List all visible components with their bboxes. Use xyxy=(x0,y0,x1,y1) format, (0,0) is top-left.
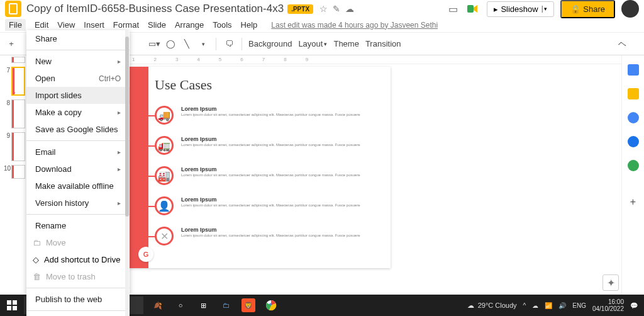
menu-open[interactable]: OpenCtrl+O xyxy=(26,70,130,87)
menu-help[interactable]: Help xyxy=(241,20,258,30)
weather-widget[interactable]: ☁29°C Cloudy xyxy=(467,302,517,310)
tools-icon: ✕ xyxy=(160,230,169,242)
taskbar-clock[interactable]: 16:0004/10/2022 xyxy=(592,298,624,312)
volume-icon[interactable]: 🔊 xyxy=(558,302,566,309)
menu-save-google[interactable]: Save as Google Slides xyxy=(26,121,130,138)
menu-rename[interactable]: Rename xyxy=(26,217,130,234)
side-panel: + xyxy=(621,55,644,295)
factory-icon: 🏭 xyxy=(158,170,170,182)
thumb-num: 8 xyxy=(4,99,10,106)
menu-add-shortcut[interactable]: ◇Add shortcut to Drive xyxy=(26,251,130,268)
menu-share[interactable]: Share xyxy=(26,30,130,47)
thumb-num: 9 xyxy=(4,132,10,139)
cloud-icon[interactable]: ☁ xyxy=(345,4,354,14)
menu-format[interactable]: Format xyxy=(113,20,139,30)
truck-icon: 🚚 xyxy=(158,110,170,121)
uc-body: Lorem ipsum dolor sit amet, consectetuer… xyxy=(181,113,360,117)
menu-publish[interactable]: Publish to the web xyxy=(26,291,130,308)
menu-move[interactable]: 🗀Move xyxy=(26,234,130,251)
star-icon[interactable]: ☆ xyxy=(319,4,328,14)
contacts-icon[interactable] xyxy=(628,136,639,147)
menu-slide[interactable]: Slide xyxy=(148,20,166,30)
layout-button[interactable]: Layout▾ xyxy=(298,39,327,48)
notifications-icon[interactable]: 💬 xyxy=(630,302,638,309)
title-bar: Copy of ItemID-6658-Business Case Presen… xyxy=(0,0,644,18)
menu-download[interactable]: Download▸ xyxy=(26,161,130,178)
uc-body: Lorem ipsum dolor sit amet, consectetuer… xyxy=(181,173,360,178)
menu-move-trash[interactable]: 🗑Move to trash xyxy=(26,268,130,285)
slide-title: Use Cases xyxy=(155,77,212,93)
line-dropdown-icon[interactable]: ▾ xyxy=(197,38,209,50)
explorer-icon[interactable]: 🗀 xyxy=(219,298,233,312)
menu-offline[interactable]: Make available offline xyxy=(26,178,130,195)
uc-body: Lorem ipsum dolor sit amet, consectetuer… xyxy=(181,234,360,238)
cortana-icon[interactable]: ○ xyxy=(174,298,187,312)
uc-heading: Lorem Ipsum xyxy=(181,106,360,112)
new-slide-button[interactable]: + xyxy=(5,38,18,50)
menu-edit[interactable]: Edit xyxy=(35,20,48,30)
move-icon[interactable]: ✎ xyxy=(333,4,340,14)
select-tool-icon[interactable]: ▭▾ xyxy=(148,38,160,50)
shape-tool-icon[interactable]: ◯ xyxy=(164,38,177,50)
line-tool-icon[interactable]: ╲ xyxy=(180,38,193,50)
share-button[interactable]: 🔒Share xyxy=(560,0,615,18)
taskbar-app-icon[interactable]: 🍂 xyxy=(151,298,165,312)
maps-icon[interactable] xyxy=(628,160,639,171)
slide-thumb[interactable] xyxy=(11,57,25,63)
menu-insert[interactable]: Insert xyxy=(84,20,104,30)
transition-button[interactable]: Transition xyxy=(365,39,401,48)
present-icon[interactable]: ▭ xyxy=(448,3,458,15)
svg-rect-1 xyxy=(7,300,11,305)
language-indicator[interactable]: ENG xyxy=(572,302,586,309)
task-view-icon[interactable]: ⊞ xyxy=(196,298,210,312)
slide-thumb[interactable] xyxy=(11,99,25,128)
slides-logo[interactable] xyxy=(5,1,21,17)
uc-heading: Lorem Ipsum xyxy=(181,196,360,203)
add-addon-icon[interactable]: + xyxy=(630,196,636,208)
drive-shortcut-icon: ◇ xyxy=(33,255,39,264)
menu-new[interactable]: New▸ xyxy=(26,53,130,70)
slide-thumb-active[interactable] xyxy=(11,67,25,96)
slide-thumb[interactable] xyxy=(11,165,25,179)
menu-details[interactable]: Document details xyxy=(26,313,130,316)
svg-rect-3 xyxy=(7,306,11,310)
thumb-num: 7 xyxy=(4,67,10,74)
menu-import-slides[interactable]: Import slides xyxy=(26,87,130,104)
chrome-icon[interactable] xyxy=(264,298,278,312)
meet-icon[interactable] xyxy=(464,1,480,17)
menu-make-copy[interactable]: Make a copy▸ xyxy=(26,104,130,121)
pptx-badge: .PPTX xyxy=(287,4,313,14)
slide-preview[interactable]: Use Cases 🚚Lorem IpsumLorem ipsum dolor … xyxy=(130,67,391,268)
uc-heading: Lorem Ipsum xyxy=(181,227,360,233)
start-button[interactable] xyxy=(0,295,24,316)
document-title[interactable]: Copy of ItemID-6658-Business Case Presen… xyxy=(26,3,284,15)
uc-body: Lorem ipsum dolor sit amet, consectetuer… xyxy=(181,203,360,208)
background-button[interactable]: Background xyxy=(248,39,292,48)
keep-icon[interactable] xyxy=(628,88,639,99)
uc-heading: Lorem Ipsum xyxy=(181,166,360,172)
explore-button[interactable]: ✦ xyxy=(602,274,619,291)
uc-body: Lorem ipsum dolor sit amet, consectetuer… xyxy=(181,143,360,147)
menu-tools[interactable]: Tools xyxy=(213,20,231,30)
menu-view[interactable]: View xyxy=(57,20,75,30)
brave-icon[interactable]: 🦁 xyxy=(242,298,255,312)
onedrive-icon[interactable]: ☁ xyxy=(532,302,538,309)
menu-file[interactable]: File xyxy=(5,19,26,31)
menu-version-history[interactable]: Version history▸ xyxy=(26,195,130,212)
collapse-toolbar-icon[interactable]: ヘ xyxy=(618,38,626,50)
delivery-icon: 🚛 xyxy=(158,140,170,152)
last-edit-link[interactable]: Last edit was made 4 hours ago by Jasvee… xyxy=(271,21,438,30)
menu-email[interactable]: Email▸ xyxy=(26,144,130,161)
calendar-icon[interactable] xyxy=(628,64,639,76)
slideshow-button[interactable]: ▸Slideshow│▾ xyxy=(487,1,554,17)
user-avatar[interactable] xyxy=(621,0,639,18)
tasks-icon[interactable] xyxy=(628,112,639,123)
uc-heading: Lorem Ipsum xyxy=(181,136,360,142)
slide-thumb[interactable] xyxy=(11,132,25,161)
wifi-icon[interactable]: 📶 xyxy=(545,302,552,309)
comment-icon[interactable]: 🗨 xyxy=(223,38,235,50)
theme-button[interactable]: Theme xyxy=(333,39,358,48)
menu-arrange[interactable]: Arrange xyxy=(175,20,204,30)
tray-chevron-icon[interactable]: ^ xyxy=(523,302,526,309)
svg-rect-2 xyxy=(13,300,17,305)
